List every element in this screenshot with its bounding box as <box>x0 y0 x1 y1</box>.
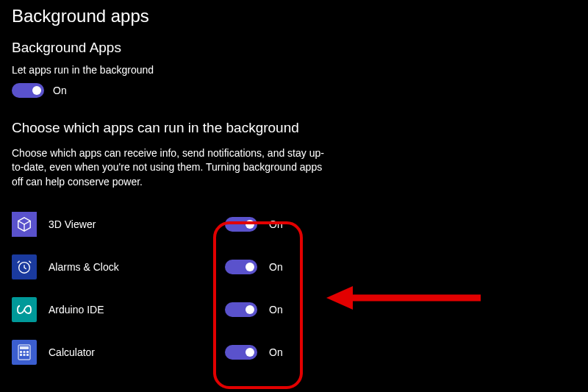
svg-rect-7 <box>24 354 26 356</box>
app-toggle-3dviewer[interactable] <box>225 217 257 232</box>
app-toggle-cell: On <box>225 217 283 232</box>
app-name-label: 3D Viewer <box>49 218 225 230</box>
svg-rect-2 <box>20 346 29 349</box>
svg-rect-4 <box>24 351 26 353</box>
app-toggle-state-label: On <box>269 304 283 316</box>
master-toggle[interactable] <box>12 83 44 98</box>
infinity-icon <box>12 297 37 322</box>
app-toggle-cell: On <box>225 345 283 360</box>
svg-rect-6 <box>20 354 22 356</box>
app-toggle-cell: On <box>225 260 283 274</box>
app-row: Arduino IDE On <box>12 288 576 331</box>
cube-icon <box>12 212 37 237</box>
app-toggle-calculator[interactable] <box>225 345 257 360</box>
app-name-label: Alarms & Clock <box>49 261 225 273</box>
app-list: 3D Viewer On Alarms & Clock On Arduino <box>12 203 576 374</box>
app-row: 3D Viewer On <box>12 203 576 246</box>
app-toggle-state-label: On <box>269 346 283 358</box>
clock-icon <box>12 254 37 279</box>
app-row: Calculator On <box>12 331 576 374</box>
master-toggle-label: On <box>53 85 67 96</box>
app-toggle-cell: On <box>225 302 283 317</box>
calculator-icon <box>12 340 37 365</box>
svg-rect-3 <box>20 351 22 353</box>
app-toggle-state-label: On <box>269 218 283 230</box>
choose-description: Choose which apps can receive info, send… <box>12 146 328 190</box>
app-row: Alarms & Clock On <box>12 246 576 288</box>
svg-rect-5 <box>26 351 29 353</box>
master-subtext: Let apps run in the background <box>12 63 576 77</box>
app-name-label: Arduino IDE <box>49 304 225 316</box>
app-toggle-arduino[interactable] <box>225 302 257 317</box>
app-toggle-alarms[interactable] <box>225 260 257 274</box>
app-name-label: Calculator <box>49 346 225 358</box>
app-toggle-state-label: On <box>269 261 283 273</box>
section-heading-master: Background Apps <box>12 40 576 56</box>
page-title: Background apps <box>12 6 576 26</box>
master-toggle-row: On <box>12 83 576 98</box>
section-heading-choose: Choose which apps can run in the backgro… <box>12 120 576 136</box>
svg-rect-8 <box>26 354 29 356</box>
